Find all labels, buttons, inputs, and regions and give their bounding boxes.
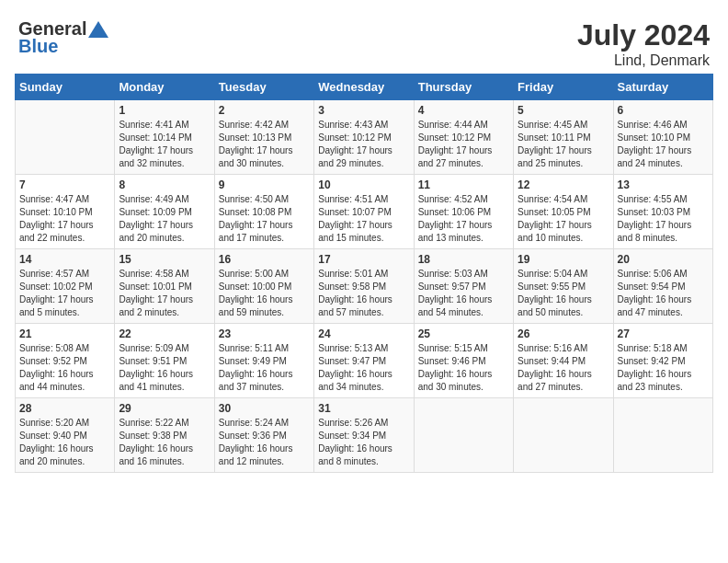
day-number: 30: [219, 402, 310, 415]
day-number: 28: [19, 402, 110, 415]
calendar-cell: 16Sunrise: 5:00 AM Sunset: 10:00 PM Dayl…: [214, 249, 313, 324]
calendar-cell: 28Sunrise: 5:20 AM Sunset: 9:40 PM Dayli…: [16, 398, 115, 473]
calendar-cell: 9Sunrise: 4:50 AM Sunset: 10:08 PM Dayli…: [214, 175, 313, 249]
calendar-cell: 31Sunrise: 5:26 AM Sunset: 9:34 PM Dayli…: [314, 398, 414, 473]
calendar-cell: 15Sunrise: 4:58 AM Sunset: 10:01 PM Dayl…: [115, 249, 214, 324]
day-number: 17: [318, 253, 409, 266]
calendar-cell: [414, 398, 513, 473]
day-content: Sunrise: 4:45 AM Sunset: 10:11 PM Daylig…: [518, 119, 609, 170]
day-number: 7: [19, 178, 110, 191]
column-header-monday: Monday: [115, 75, 214, 100]
day-content: Sunrise: 4:55 AM Sunset: 10:03 PM Daylig…: [618, 193, 709, 245]
calendar-row-5: 28Sunrise: 5:20 AM Sunset: 9:40 PM Dayli…: [16, 398, 713, 473]
calendar-cell: 24Sunrise: 5:13 AM Sunset: 9:47 PM Dayli…: [314, 324, 414, 398]
day-content: Sunrise: 4:58 AM Sunset: 10:01 PM Daylig…: [119, 268, 210, 319]
day-content: Sunrise: 5:22 AM Sunset: 9:38 PM Dayligh…: [119, 417, 210, 468]
calendar-cell: 27Sunrise: 5:18 AM Sunset: 9:42 PM Dayli…: [613, 324, 712, 398]
calendar-cell: 14Sunrise: 4:57 AM Sunset: 10:02 PM Dayl…: [16, 249, 115, 324]
calendar-cell: 18Sunrise: 5:03 AM Sunset: 9:57 PM Dayli…: [414, 249, 513, 324]
day-content: Sunrise: 4:47 AM Sunset: 10:10 PM Daylig…: [19, 193, 110, 245]
calendar-row-3: 14Sunrise: 4:57 AM Sunset: 10:02 PM Dayl…: [16, 249, 713, 324]
day-number: 20: [618, 253, 709, 266]
logo-blue-text: Blue: [18, 36, 58, 57]
day-number: 9: [219, 178, 310, 191]
calendar-cell: 26Sunrise: 5:16 AM Sunset: 9:44 PM Dayli…: [514, 324, 613, 398]
day-number: 5: [518, 104, 609, 117]
calendar-cell: 20Sunrise: 5:06 AM Sunset: 9:54 PM Dayli…: [613, 249, 712, 324]
calendar-cell: 7Sunrise: 4:47 AM Sunset: 10:10 PM Dayli…: [16, 175, 115, 249]
day-content: Sunrise: 5:24 AM Sunset: 9:36 PM Dayligh…: [219, 417, 310, 468]
calendar-cell: 8Sunrise: 4:49 AM Sunset: 10:09 PM Dayli…: [115, 175, 214, 249]
location: Lind, Denmark: [577, 52, 710, 69]
day-content: Sunrise: 5:01 AM Sunset: 9:58 PM Dayligh…: [318, 268, 409, 319]
day-content: Sunrise: 4:41 AM Sunset: 10:14 PM Daylig…: [119, 119, 210, 170]
calendar-cell: 29Sunrise: 5:22 AM Sunset: 9:38 PM Dayli…: [115, 398, 214, 473]
day-content: Sunrise: 4:51 AM Sunset: 10:07 PM Daylig…: [318, 193, 409, 245]
calendar-table: SundayMondayTuesdayWednesdayThursdayFrid…: [15, 74, 713, 473]
calendar-cell: 5Sunrise: 4:45 AM Sunset: 10:11 PM Dayli…: [514, 100, 613, 175]
day-number: 21: [19, 327, 110, 340]
calendar-cell: 1Sunrise: 4:41 AM Sunset: 10:14 PM Dayli…: [115, 100, 214, 175]
day-content: Sunrise: 5:15 AM Sunset: 9:46 PM Dayligh…: [418, 342, 509, 394]
day-content: Sunrise: 5:09 AM Sunset: 9:51 PM Dayligh…: [119, 342, 210, 394]
day-content: Sunrise: 4:52 AM Sunset: 10:06 PM Daylig…: [418, 193, 509, 245]
day-number: 27: [618, 327, 709, 340]
day-content: Sunrise: 5:18 AM Sunset: 9:42 PM Dayligh…: [618, 342, 709, 394]
column-header-sunday: Sunday: [16, 75, 115, 100]
calendar-cell: 12Sunrise: 4:54 AM Sunset: 10:05 PM Dayl…: [514, 175, 613, 249]
day-content: Sunrise: 5:13 AM Sunset: 9:47 PM Dayligh…: [318, 342, 409, 394]
day-content: Sunrise: 4:50 AM Sunset: 10:08 PM Daylig…: [219, 193, 310, 245]
day-content: Sunrise: 4:54 AM Sunset: 10:05 PM Daylig…: [518, 193, 609, 245]
day-content: Sunrise: 5:00 AM Sunset: 10:00 PM Daylig…: [219, 268, 310, 319]
day-number: 29: [119, 402, 210, 415]
day-number: 19: [518, 253, 609, 266]
day-number: 1: [119, 104, 210, 117]
day-content: Sunrise: 5:20 AM Sunset: 9:40 PM Dayligh…: [19, 417, 110, 468]
day-number: 11: [418, 178, 509, 191]
day-content: Sunrise: 4:44 AM Sunset: 10:12 PM Daylig…: [418, 119, 509, 170]
day-number: 13: [618, 178, 709, 191]
calendar-cell: 30Sunrise: 5:24 AM Sunset: 9:36 PM Dayli…: [214, 398, 313, 473]
title-block: July 2024 Lind, Denmark: [577, 18, 710, 69]
day-number: 8: [119, 178, 210, 191]
day-content: Sunrise: 4:43 AM Sunset: 10:12 PM Daylig…: [318, 119, 409, 170]
day-number: 18: [418, 253, 509, 266]
day-number: 31: [318, 402, 409, 415]
column-headers: SundayMondayTuesdayWednesdayThursdayFrid…: [16, 75, 713, 100]
day-number: 23: [219, 327, 310, 340]
calendar-cell: 2Sunrise: 4:42 AM Sunset: 10:13 PM Dayli…: [214, 100, 313, 175]
calendar-cell: 13Sunrise: 4:55 AM Sunset: 10:03 PM Dayl…: [613, 175, 712, 249]
day-number: 12: [518, 178, 609, 191]
day-number: 26: [518, 327, 609, 340]
day-content: Sunrise: 5:03 AM Sunset: 9:57 PM Dayligh…: [418, 268, 509, 319]
day-number: 10: [318, 178, 409, 191]
day-content: Sunrise: 5:11 AM Sunset: 9:49 PM Dayligh…: [219, 342, 310, 394]
column-header-thursday: Thursday: [414, 75, 513, 100]
calendar-cell: 21Sunrise: 5:08 AM Sunset: 9:52 PM Dayli…: [16, 324, 115, 398]
calendar-cell: [514, 398, 613, 473]
header: General Blue July 2024 Lind, Denmark: [9, 9, 719, 74]
day-content: Sunrise: 4:42 AM Sunset: 10:13 PM Daylig…: [219, 119, 310, 170]
day-number: 4: [418, 104, 509, 117]
column-header-saturday: Saturday: [613, 75, 712, 100]
day-content: Sunrise: 4:49 AM Sunset: 10:09 PM Daylig…: [119, 193, 210, 245]
calendar-cell: 23Sunrise: 5:11 AM Sunset: 9:49 PM Dayli…: [214, 324, 313, 398]
day-content: Sunrise: 5:08 AM Sunset: 9:52 PM Dayligh…: [19, 342, 110, 394]
column-header-friday: Friday: [514, 75, 613, 100]
logo-icon: [88, 21, 108, 38]
calendar-cell: 10Sunrise: 4:51 AM Sunset: 10:07 PM Dayl…: [314, 175, 414, 249]
calendar-row-2: 7Sunrise: 4:47 AM Sunset: 10:10 PM Dayli…: [16, 175, 713, 249]
day-number: 16: [219, 253, 310, 266]
column-header-wednesday: Wednesday: [314, 75, 414, 100]
day-number: 14: [19, 253, 110, 266]
day-content: Sunrise: 4:57 AM Sunset: 10:02 PM Daylig…: [19, 268, 110, 319]
month-title: July 2024: [577, 18, 710, 52]
day-content: Sunrise: 4:46 AM Sunset: 10:10 PM Daylig…: [618, 119, 709, 170]
day-content: Sunrise: 5:26 AM Sunset: 9:34 PM Dayligh…: [318, 417, 409, 468]
day-content: Sunrise: 5:04 AM Sunset: 9:55 PM Dayligh…: [518, 268, 609, 319]
calendar-cell: 22Sunrise: 5:09 AM Sunset: 9:51 PM Dayli…: [115, 324, 214, 398]
calendar-cell: 17Sunrise: 5:01 AM Sunset: 9:58 PM Dayli…: [314, 249, 414, 324]
logo: General Blue: [18, 18, 108, 57]
calendar-cell: 4Sunrise: 4:44 AM Sunset: 10:12 PM Dayli…: [414, 100, 513, 175]
calendar-cell: [613, 398, 712, 473]
